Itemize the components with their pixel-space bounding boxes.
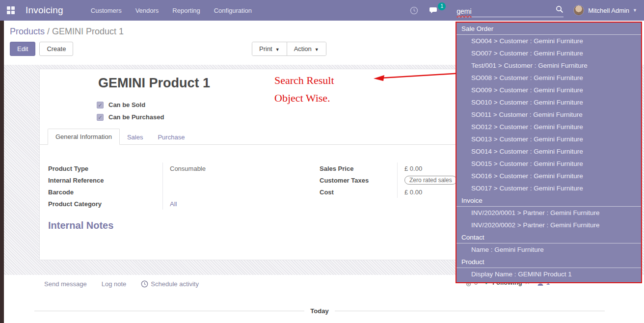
field-product-type: Product Type Consumable xyxy=(48,162,279,174)
search-result-item[interactable]: SO004 > Customer : Gemini Furniture xyxy=(456,35,641,47)
edit-button[interactable]: Edit xyxy=(10,42,35,56)
caret-down-icon: ▼ xyxy=(275,47,280,52)
search-result-item[interactable]: SO014 > Customer : Gemini Furniture xyxy=(456,145,641,158)
schedule-activity-button[interactable]: Schedule activity xyxy=(141,280,199,288)
tab-general-information[interactable]: General Information xyxy=(48,129,120,145)
create-button[interactable]: Create xyxy=(39,42,73,56)
nav-item-configuration[interactable]: Configuration xyxy=(214,7,252,14)
nav-item-vendors[interactable]: Vendors xyxy=(135,7,159,14)
app-title[interactable]: Invoicing xyxy=(26,5,63,16)
search-result-item[interactable]: INV/2020/0002 > Partner : Gemini Furnitu… xyxy=(456,219,641,231)
can-be-sold-label: Can be Sold xyxy=(108,101,145,108)
send-message-button[interactable]: Send message xyxy=(44,280,87,288)
search-result-item[interactable]: SO012 > Customer : Gemini Furniture xyxy=(456,121,641,133)
can-be-sold-row: ✓ Can be Sold xyxy=(97,101,145,108)
global-search-input[interactable]: gemi xyxy=(456,5,564,17)
log-note-button[interactable]: Log note xyxy=(102,280,127,288)
print-dropdown-button[interactable]: Print▼ xyxy=(252,42,287,55)
today-label: Today xyxy=(310,307,328,315)
search-result-section-title: Sale Order xyxy=(456,23,641,35)
activities-clock-icon[interactable] xyxy=(410,6,418,15)
search-icon[interactable] xyxy=(556,5,564,15)
nav-menu: Customers Vendors Reporting Configuratio… xyxy=(91,7,252,14)
annotation-text: Search Result Object Wise. xyxy=(274,72,334,107)
clock-icon xyxy=(141,280,148,288)
field-barcode: Barcode xyxy=(48,186,279,198)
search-result-item[interactable]: SO008 > Customer : Gemini Furniture xyxy=(456,72,641,84)
chevron-down-icon: ▼ xyxy=(633,8,637,13)
internal-notes-heading: Internal Notes xyxy=(48,220,113,231)
today-divider: Today xyxy=(34,307,605,315)
search-result-item[interactable]: SO011 > Customer : Gemini Furniture xyxy=(456,108,641,121)
search-dropdown: Sale OrderSO004 > Customer : Gemini Furn… xyxy=(456,22,642,283)
breadcrumb: Products / GEMINI Product 1 xyxy=(10,27,124,37)
chatter-actions: Send message Log note Schedule activity xyxy=(44,280,199,288)
top-navbar: Invoicing Customers Vendors Reporting Co… xyxy=(0,0,644,21)
messages-badge: 1 xyxy=(438,2,446,10)
user-menu[interactable]: Mitchell Admin xyxy=(588,7,629,14)
search-result-section-title: Contact xyxy=(456,231,641,243)
left-edge-strip xyxy=(0,21,4,323)
barcode-value xyxy=(162,186,279,198)
tab-sales[interactable]: Sales xyxy=(120,130,151,145)
internal-reference-value xyxy=(162,174,279,186)
product-type-value: Consumable xyxy=(162,162,279,174)
can-be-purchased-row: ✓ Can be Purchased xyxy=(97,113,164,121)
search-result-item[interactable]: Name : Gemini Furniture xyxy=(456,243,641,256)
search-result-item[interactable]: SO010 > Customer : Gemini Furniture xyxy=(456,96,641,108)
nav-item-reporting[interactable]: Reporting xyxy=(172,7,200,14)
search-query-text: gemi xyxy=(456,7,556,15)
search-result-item[interactable]: INV/2020/0001 > Partner : Gemini Furnitu… xyxy=(456,207,641,219)
nav-item-customers[interactable]: Customers xyxy=(91,7,122,14)
breadcrumb-products-link[interactable]: Products xyxy=(10,27,45,36)
user-avatar[interactable] xyxy=(573,5,584,16)
action-dropdown-button[interactable]: Action▼ xyxy=(287,42,326,55)
search-result-item[interactable]: SO007 > Customer : Gemini Furniture xyxy=(456,47,641,59)
can-be-purchased-checkbox[interactable]: ✓ xyxy=(97,114,104,121)
search-result-item[interactable]: SO017 > Customer : Gemini Furniture xyxy=(456,182,641,194)
search-result-item[interactable]: SO013 > Customer : Gemini Furniture xyxy=(456,133,641,145)
search-result-item[interactable]: Display Name : GEMINI Product 1 xyxy=(456,268,641,280)
search-result-section-title: Invoice xyxy=(456,194,641,207)
breadcrumb-current: GEMINI Product 1 xyxy=(52,27,124,36)
apps-menu-icon[interactable] xyxy=(7,6,15,14)
action-buttons: Edit Create xyxy=(10,42,73,56)
search-result-item[interactable]: SO015 > Customer : Gemini Furniture xyxy=(456,158,641,170)
tab-purchase[interactable]: Purchase xyxy=(150,130,192,145)
can-be-purchased-label: Can be Purchased xyxy=(108,113,164,121)
search-result-section-title: Product xyxy=(456,256,641,268)
caret-down-icon: ▼ xyxy=(315,47,319,52)
annotation-arrow-icon xyxy=(370,70,463,84)
breadcrumb-separator: / xyxy=(47,27,52,36)
product-title: GEMINI Product 1 xyxy=(98,76,210,91)
customer-taxes-badge[interactable]: Zero rated sales xyxy=(404,176,457,185)
search-result-item[interactable]: SO016 > Customer : Gemini Furniture xyxy=(456,170,641,182)
product-category-link[interactable]: All xyxy=(162,198,279,210)
navbar-right: 1 gemi Mitchell Admin ▼ xyxy=(399,4,637,16)
field-product-category: Product Category All xyxy=(48,198,279,210)
print-action-group: Print▼ Action▼ xyxy=(252,42,326,56)
can-be-sold-checkbox[interactable]: ✓ xyxy=(97,102,104,108)
messages-icon[interactable]: 1 xyxy=(429,6,439,15)
search-result-item[interactable]: SO009 > Customer : Gemini Furniture xyxy=(456,84,641,96)
search-result-item[interactable]: Test/001 > Customer : Gemini Furniture xyxy=(456,59,641,72)
fields-left-column: Product Type Consumable Internal Referen… xyxy=(48,162,279,210)
field-internal-reference: Internal Reference xyxy=(48,174,279,186)
